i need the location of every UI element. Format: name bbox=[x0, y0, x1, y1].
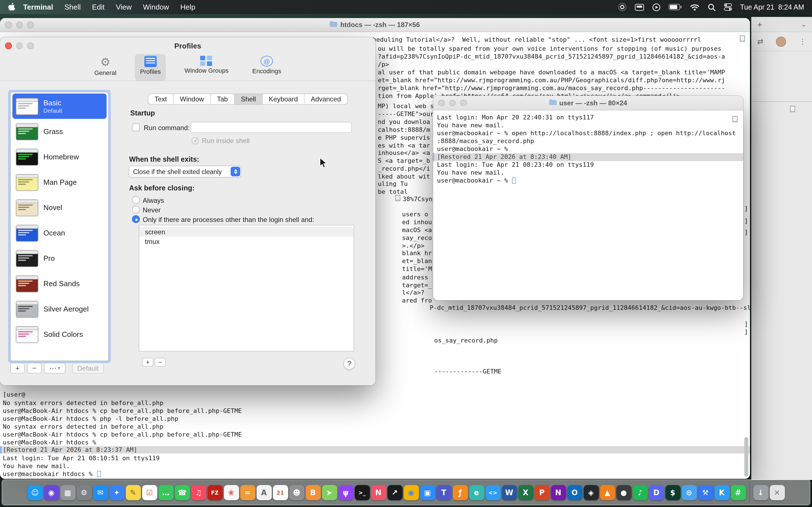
dock-preview[interactable]: ⊙ bbox=[681, 485, 697, 500]
zoom-button[interactable] bbox=[460, 100, 467, 106]
profile-grass[interactable]: Grass bbox=[12, 119, 107, 144]
dock-contacts[interactable]: ☻ bbox=[289, 485, 304, 500]
dock-settings[interactable]: ⚙ bbox=[77, 485, 92, 500]
logi-status-icon[interactable] bbox=[618, 3, 626, 11]
profile-novel[interactable]: Novel bbox=[12, 195, 107, 220]
add-process-button[interactable]: + bbox=[142, 358, 153, 367]
dock-iterm[interactable]: $ bbox=[665, 485, 680, 500]
now-playing-icon[interactable] bbox=[652, 3, 660, 11]
toolbar-window-groups[interactable]: Window Groups bbox=[179, 54, 234, 80]
settings-titlebar[interactable]: Profiles bbox=[0, 37, 375, 54]
dock-finder[interactable]: ☺ bbox=[28, 485, 43, 500]
help-button[interactable]: ? bbox=[343, 358, 355, 370]
scrollbar[interactable] bbox=[744, 437, 748, 476]
dock-excel[interactable]: X bbox=[518, 485, 533, 500]
dock-firefox[interactable]: ƒ bbox=[453, 485, 468, 500]
dock-maps[interactable]: ➤ bbox=[322, 485, 337, 500]
zoom-button[interactable] bbox=[27, 22, 34, 28]
process-item-tmux[interactable]: tmux bbox=[139, 237, 354, 246]
dock-powerpoint[interactable]: P bbox=[534, 485, 550, 500]
dock-spotify[interactable]: ♪ bbox=[632, 485, 648, 500]
dock-teams[interactable]: T bbox=[436, 485, 451, 500]
dock-edge[interactable]: e bbox=[469, 485, 484, 500]
menu-edit[interactable]: Edit bbox=[86, 3, 110, 11]
close-button[interactable] bbox=[5, 22, 11, 28]
dock-calculator[interactable]: = bbox=[240, 485, 255, 500]
dock-terminal[interactable]: >_ bbox=[354, 485, 370, 500]
dock-photos[interactable]: ❀ bbox=[223, 485, 239, 500]
apple-menu[interactable] bbox=[8, 3, 15, 11]
process-item-screen[interactable]: screen bbox=[139, 227, 354, 237]
more-menu-icon[interactable]: ⋮ bbox=[799, 37, 806, 46]
menu-bar-clock[interactable]: Tue Apr 21 8:24 AM bbox=[740, 3, 804, 11]
profile-silver-aerogel[interactable]: Silver Aerogel bbox=[12, 296, 107, 322]
toolbar-encodings[interactable]: Encodings bbox=[247, 54, 287, 80]
dock-reminders[interactable]: ☑ bbox=[142, 485, 157, 500]
close-button[interactable] bbox=[438, 100, 445, 106]
dock-notes[interactable]: ✎ bbox=[125, 485, 141, 500]
profile-actions-menu[interactable]: ⋯ bbox=[44, 363, 65, 374]
remove-profile-button[interactable]: − bbox=[27, 363, 42, 374]
toolbar-general[interactable]: General bbox=[89, 54, 121, 80]
run-command-checkbox[interactable] bbox=[132, 123, 140, 131]
toolbar-profiles[interactable]: Profiles bbox=[135, 54, 166, 80]
dock-zoom[interactable]: ▣ bbox=[420, 485, 435, 500]
swap-icon[interactable]: ⇄ bbox=[757, 37, 763, 46]
user-titlebar[interactable]: user — -zsh — 80×24 bbox=[433, 96, 743, 110]
dock-calendar[interactable]: 21 bbox=[273, 485, 288, 500]
menu-help[interactable]: Help bbox=[175, 3, 201, 11]
dock-obs[interactable]: ● bbox=[616, 485, 631, 500]
tab-shell[interactable]: Shell bbox=[235, 94, 262, 104]
profile-ocean[interactable]: Ocean bbox=[12, 220, 107, 245]
dock-books[interactable]: B bbox=[305, 485, 320, 500]
profile-man-page[interactable]: Man Page bbox=[12, 170, 107, 195]
tab-keyboard[interactable]: Keyboard bbox=[263, 94, 305, 104]
dock-launchpad[interactable]: ▦ bbox=[60, 485, 75, 500]
radio-never[interactable] bbox=[132, 206, 140, 214]
profile-basic[interactable]: BasicDefault bbox=[12, 94, 107, 119]
keyboard-icon[interactable] bbox=[635, 4, 644, 10]
dock-filezilla[interactable]: FZ bbox=[207, 485, 222, 500]
dock-siri[interactable]: ◉ bbox=[44, 485, 59, 500]
dock-xcode[interactable]: ⚒ bbox=[698, 485, 713, 500]
menu-view[interactable]: View bbox=[110, 3, 137, 11]
dock-textedit[interactable]: A bbox=[256, 485, 271, 500]
tab-tab[interactable]: Tab bbox=[211, 94, 235, 104]
dock-chrome[interactable]: ◉ bbox=[403, 485, 419, 500]
dock-vscode[interactable]: <> bbox=[485, 485, 500, 500]
dock-mail[interactable]: ✉ bbox=[93, 485, 108, 500]
battery-icon[interactable] bbox=[668, 4, 681, 10]
radio-only-if-processes[interactable] bbox=[132, 215, 140, 223]
dock-vlc[interactable]: ▲ bbox=[600, 485, 615, 500]
control-center-icon[interactable] bbox=[724, 3, 732, 11]
add-profile-button[interactable]: + bbox=[10, 363, 25, 374]
dock-trash[interactable]: ✕ bbox=[769, 485, 784, 500]
menu-window[interactable]: Window bbox=[137, 3, 175, 11]
new-tab-button[interactable]: + bbox=[757, 19, 762, 29]
close-button[interactable] bbox=[5, 43, 11, 49]
dock-facetime[interactable]: ☎ bbox=[174, 485, 190, 500]
dock-discord[interactable]: D bbox=[649, 485, 664, 500]
dock-music[interactable]: ♫ bbox=[191, 485, 206, 500]
tab-window[interactable]: Window bbox=[174, 94, 211, 104]
dock-keynote[interactable]: K bbox=[714, 485, 729, 500]
dock-stocks[interactable]: ↗ bbox=[387, 485, 402, 500]
shell-exits-dropdown[interactable]: Close if the shell exited cleanly bbox=[129, 166, 241, 177]
dock-numbers[interactable]: # bbox=[730, 485, 746, 500]
avatar[interactable] bbox=[776, 36, 786, 47]
tab-text[interactable]: Text bbox=[148, 94, 174, 104]
dock-safari[interactable]: ✦ bbox=[109, 485, 124, 500]
dock-news[interactable]: N bbox=[371, 485, 386, 500]
menu-shell[interactable]: Shell bbox=[59, 3, 86, 11]
terminal-content[interactable]: Last login: Mon Apr 20 22:40:31 on ttys1… bbox=[433, 110, 743, 300]
radio-always[interactable] bbox=[132, 196, 140, 204]
dock-word[interactable]: W bbox=[502, 485, 517, 500]
dock-downloads[interactable]: ↓ bbox=[753, 485, 768, 500]
dock-messages[interactable]: … bbox=[158, 485, 173, 500]
profile-solid-colors[interactable]: Solid Colors bbox=[12, 322, 107, 347]
minimize-button[interactable] bbox=[16, 43, 22, 49]
dock-onenote[interactable]: N bbox=[551, 485, 566, 500]
run-command-input[interactable] bbox=[191, 122, 352, 133]
profile-red-sands[interactable]: Red Sands bbox=[12, 271, 107, 296]
dock-github[interactable]: ◈ bbox=[583, 485, 599, 500]
